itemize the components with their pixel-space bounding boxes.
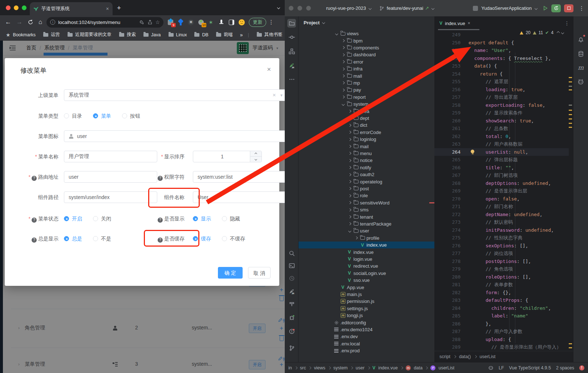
- profiler-icon[interactable]: [287, 274, 296, 283]
- chevron-down-icon[interactable]: [348, 230, 351, 232]
- radio-type-menu[interactable]: 菜单: [93, 110, 111, 122]
- parent-menu-select[interactable]: 系统管理 ✕▼: [64, 89, 285, 101]
- code-line-255[interactable]: 255 // 遮罩层: [434, 78, 569, 86]
- code-line-289[interactable]: 289 // 是否显示弹出层（用户导入）: [434, 343, 569, 351]
- site-info-icon[interactable]: i: [50, 20, 55, 25]
- status-path-item[interactable]: views: [314, 365, 325, 370]
- tree-item-mp[interactable]: mp: [299, 80, 434, 86]
- tree-item-dept[interactable]: dept: [299, 115, 434, 122]
- dialog-close-icon[interactable]: ×: [267, 65, 271, 73]
- code-line-267[interactable]: 267 // 部门树选项: [434, 171, 569, 179]
- bookmark-item[interactable]: Linux: [169, 32, 187, 38]
- chevron-right-icon[interactable]: [355, 236, 358, 239]
- chevron-right-icon[interactable]: [348, 208, 351, 211]
- problems-icon[interactable]: [287, 327, 296, 336]
- chrome-update-button[interactable]: 更新: [249, 18, 266, 27]
- code-line-251[interactable]: 251 name: "User",: [434, 46, 569, 54]
- jrebel-gray-icon[interactable]: JR: [287, 287, 296, 296]
- code-line-253[interactable]: 253 data() {: [434, 62, 569, 70]
- radio-visible-hide[interactable]: 隐藏: [222, 213, 240, 224]
- ide-zoom-button[interactable]: [306, 6, 311, 11]
- tree-item-sociallogin-vue[interactable]: VsocialLogin.vue: [299, 270, 434, 277]
- bookmark-item[interactable]: 搜索: [119, 32, 136, 38]
- breadcrumb-item[interactable]: script: [439, 354, 450, 359]
- ide-close-button[interactable]: [289, 6, 293, 11]
- maven-icon[interactable]: m: [577, 64, 585, 72]
- code-line-259[interactable]: 259 // 显示搜索条件: [434, 109, 569, 117]
- tree-item-tenantpackage[interactable]: tenantPackage: [299, 220, 434, 227]
- chevron-right-icon[interactable]: [348, 131, 351, 134]
- tree-item-dashboard[interactable]: dashboard: [299, 51, 434, 58]
- radio-always-yes[interactable]: 总是: [64, 233, 82, 244]
- code-line-271[interactable]: 271 // 部门名称: [434, 203, 569, 211]
- window-close-button[interactable]: [6, 5, 11, 10]
- notifications-bell-icon[interactable]: [577, 35, 585, 43]
- chevron-right-icon[interactable]: [348, 222, 351, 225]
- bookmarks-label[interactable]: Bookmarks: [13, 32, 36, 37]
- indent-status[interactable]: 2 spaces: [556, 365, 574, 370]
- extension-icon[interactable]: [177, 19, 184, 26]
- tree-item-tenant[interactable]: tenant: [299, 213, 434, 220]
- code-area[interactable]: 249250export default {251 name: "User",2…: [434, 16, 573, 335]
- run-config-name[interactable]: YudaoServerApplication: [481, 5, 532, 11]
- tree-item-system[interactable]: system: [299, 101, 434, 108]
- code-line-249[interactable]: 249: [434, 31, 569, 39]
- code-line-262[interactable]: 262 total: 0,: [434, 133, 569, 141]
- chevron-right-icon[interactable]: [348, 166, 351, 169]
- help-icon[interactable]: ?: [158, 176, 163, 181]
- chevron-right-icon[interactable]: [342, 60, 345, 63]
- breadcrumb-item[interactable]: userList: [480, 354, 496, 359]
- tree-item-app-vue[interactable]: VApp.vue: [299, 284, 434, 291]
- tree-item-index-vue[interactable]: Vindex.vue: [299, 248, 434, 255]
- browser-tab[interactable]: 芋道管理系统 ×: [30, 2, 113, 15]
- ide-menu-kebab-icon[interactable]: ⋮: [579, 5, 584, 12]
- commit-icon[interactable]: [287, 33, 296, 41]
- code-line-266[interactable]: 266 title: "",: [434, 164, 569, 172]
- tree-item-notify[interactable]: notify: [299, 164, 434, 171]
- window-minimize-button[interactable]: [14, 5, 19, 10]
- tree-item-sso-vue[interactable]: Vsso.vue: [299, 277, 434, 284]
- url-text[interactable]: localhost:1024/system/menu: [58, 20, 120, 25]
- extension-icon[interactable]: 10: [198, 19, 204, 26]
- password-key-icon[interactable]: [139, 20, 145, 25]
- status-path-item[interactable]: in: [288, 365, 292, 370]
- chevron-right-icon[interactable]: [348, 187, 351, 190]
- bookmark-item[interactable]: 前端: [216, 32, 233, 38]
- code-line-282[interactable]: 282 form: {},: [434, 289, 569, 297]
- home-icon[interactable]: ⌂: [38, 19, 42, 26]
- code-line-288[interactable]: 288 upload: {: [434, 336, 569, 344]
- tree-item-sms[interactable]: sms: [299, 206, 434, 213]
- chevron-right-icon[interactable]: [342, 39, 345, 42]
- radio-status-on[interactable]: 开启: [64, 213, 82, 224]
- window-zoom-button[interactable]: [22, 5, 27, 10]
- sort-number-input[interactable]: 1: [193, 151, 262, 162]
- help-icon[interactable]: ?: [32, 218, 37, 223]
- tree-item-sensitiveword[interactable]: sensitiveWord: [299, 199, 434, 206]
- breadcrumb-item[interactable]: data(): [459, 354, 471, 359]
- code-line-260[interactable]: 260 showSearch: true,: [434, 117, 569, 125]
- tree-item-editorconfig[interactable]: .editorconfig: [299, 319, 434, 326]
- code-line-275[interactable]: 275 // 性别状态字典: [434, 234, 569, 242]
- chevron-right-icon[interactable]: [348, 201, 351, 204]
- code-line-278[interactable]: 278 postOptions: [],: [434, 258, 569, 265]
- rerun-debug-button[interactable]: [551, 4, 561, 12]
- git-icon[interactable]: [287, 344, 296, 352]
- tree-item-area[interactable]: area: [299, 108, 434, 114]
- chevron-right-icon[interactable]: [348, 145, 351, 148]
- extension-icon[interactable]: ✶: [208, 19, 215, 26]
- tree-item-components[interactable]: components: [299, 44, 434, 51]
- branch-widget[interactable]: feature/dev-yunai: [387, 5, 423, 11]
- radio-visible-show[interactable]: 显示: [193, 213, 211, 224]
- tree-item-bpm[interactable]: bpm: [299, 37, 434, 44]
- stepper-up-icon[interactable]: [250, 151, 261, 157]
- code-line-283[interactable]: 283 defaultProps: {: [434, 296, 569, 304]
- chevron-down-icon[interactable]: [335, 32, 338, 35]
- tree-item-env-local[interactable]: .env.local: [299, 340, 434, 347]
- code-line-265[interactable]: 265 // 弹出层标题: [434, 156, 569, 164]
- radio-always-no[interactable]: 不是: [93, 233, 111, 244]
- tree-item-pay[interactable]: pay: [299, 86, 434, 93]
- copilot-icon[interactable]: [488, 365, 494, 370]
- code-line-284[interactable]: 284 children: "children",: [434, 304, 569, 312]
- number-stepper[interactable]: [250, 151, 261, 162]
- debug-icon[interactable]: [287, 313, 296, 322]
